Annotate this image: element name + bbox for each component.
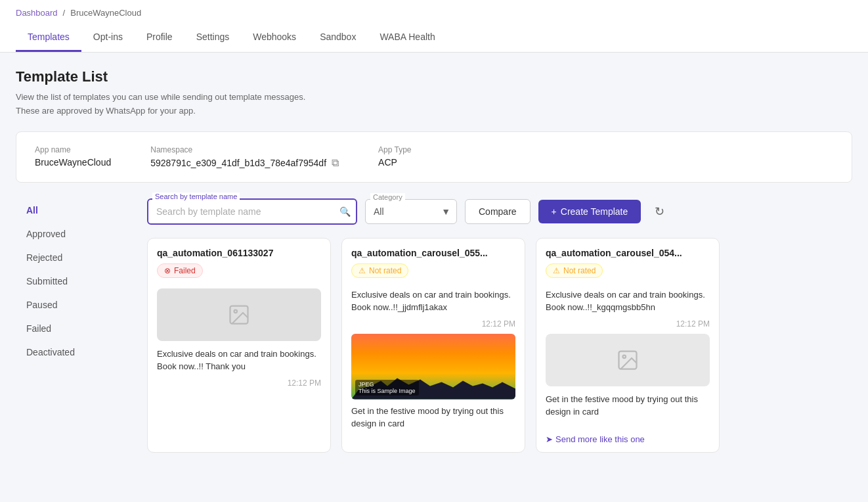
tab-settings[interactable]: Settings — [184, 24, 242, 52]
namespace-field: Namespace 5928791c_e309_41df_b1d3_78e4af… — [150, 145, 339, 169]
sidebar-item-submitted[interactable]: Submitted — [16, 269, 137, 293]
category-dropdown[interactable]: All — [365, 199, 457, 224]
app-name-value: BruceWayneCloud — [35, 157, 111, 168]
copy-icon[interactable]: ⧉ — [332, 157, 339, 169]
app-type-label: App Type — [378, 145, 411, 154]
search-box: Search by template name 🔍 — [147, 198, 357, 225]
category-select-wrapper: Category All ▼ — [365, 199, 457, 224]
card-body: Exclusive deals on car and train booking… — [148, 283, 330, 398]
card-timestamp: 12:12 PM — [351, 319, 515, 329]
breadcrumb: Dashboard / BruceWayneCloud — [16, 0, 852, 23]
content-area: All Approved Rejected Submitted Paused F… — [16, 198, 852, 453]
image-placeholder — [157, 288, 321, 341]
status-badge: ⊗ Failed — [157, 263, 203, 278]
card-timestamp: 12:12 PM — [546, 319, 710, 329]
category-label: Category — [370, 193, 405, 201]
template-card: qa_automation_carousel_055... ⚠ Not rate… — [341, 238, 525, 453]
toolbar: Search by template name 🔍 Category All ▼… — [147, 198, 852, 225]
card-timestamp: 12:12 PM — [157, 378, 321, 388]
breadcrumb-separator: / — [63, 8, 66, 18]
svg-point-1 — [234, 309, 238, 313]
card-header: qa_automation_carousel_055... ⚠ Not rate… — [342, 239, 525, 283]
page-title: Template List — [16, 68, 852, 85]
tab-sandbox[interactable]: Sandbox — [308, 24, 368, 52]
jpeg-label: JPEGThis is Sample Image — [355, 380, 419, 396]
plus-icon: + — [552, 206, 557, 217]
sidebar-item-deactivated[interactable]: Deactivated — [16, 340, 137, 364]
sidebar-item-all[interactable]: All — [16, 198, 137, 222]
card-body: Exclusive deals on car and train booking… — [342, 283, 525, 441]
tab-waba-health[interactable]: WABA Health — [368, 24, 446, 52]
card-body-text: Exclusive deals on car and train booking… — [546, 288, 710, 314]
tab-templates[interactable]: Templates — [16, 24, 81, 52]
failed-icon: ⊗ — [164, 266, 171, 275]
status-badge: ⚠ Not rated — [546, 263, 603, 278]
sunset-image: JPEGThis is Sample Image — [351, 334, 515, 399]
main-content: Template List View the list of templates… — [0, 53, 868, 468]
sidebar-item-approved[interactable]: Approved — [16, 222, 137, 246]
warning-icon: ⚠ — [553, 266, 560, 275]
info-card: App name BruceWayneCloud Namespace 59287… — [16, 131, 852, 183]
namespace-value: 5928791c_e309_41df_b1d3_78e4af7954df ⧉ — [150, 157, 339, 169]
breadcrumb-current: BruceWayneCloud — [70, 8, 141, 18]
send-more-link[interactable]: ➤ Send more like this one — [536, 429, 719, 452]
compare-button[interactable]: Compare — [465, 199, 531, 224]
template-card: qa_automation_carousel_054... ⚠ Not rate… — [536, 238, 720, 453]
app-type-value: ACP — [378, 157, 411, 168]
create-template-label: Create Template — [561, 206, 628, 217]
tab-opt-ins[interactable]: Opt-ins — [81, 24, 135, 52]
page-description: View the list of templates you can use w… — [16, 91, 852, 118]
sidebar: All Approved Rejected Submitted Paused F… — [16, 198, 147, 453]
svg-point-3 — [623, 355, 626, 358]
send-arrow-icon: ➤ — [546, 434, 553, 444]
card-header: qa_automation_carousel_054... ⚠ Not rate… — [536, 239, 719, 283]
sidebar-item-rejected[interactable]: Rejected — [16, 246, 137, 269]
template-card: qa_automation_061133027 ⊗ Failed — [147, 238, 331, 453]
template-cards-grid: qa_automation_061133027 ⊗ Failed — [147, 238, 852, 453]
tab-profile[interactable]: Profile — [135, 24, 184, 52]
search-input[interactable] — [147, 198, 357, 225]
sidebar-item-failed[interactable]: Failed — [16, 317, 137, 340]
sidebar-item-paused[interactable]: Paused — [16, 293, 137, 317]
breadcrumb-dashboard[interactable]: Dashboard — [16, 8, 58, 18]
search-label: Search by template name — [152, 193, 240, 200]
card-title: qa_automation_carousel_054... — [546, 248, 710, 258]
card-body: Exclusive deals on car and train booking… — [536, 283, 719, 429]
create-template-button[interactable]: + Create Template — [538, 200, 641, 223]
card-body-text: Exclusive deals on car and train booking… — [157, 348, 321, 373]
app-type-field: App Type ACP — [378, 145, 411, 169]
festive-text: Get in the festive mood by trying out th… — [351, 405, 515, 430]
warning-icon: ⚠ — [358, 266, 366, 275]
app-name-label: App name — [35, 145, 111, 154]
app-name-field: App name BruceWayneCloud — [35, 145, 111, 169]
card-body-text: Exclusive deals on car and train booking… — [351, 288, 515, 314]
tab-bar: Templates Opt-ins Profile Settings Webho… — [16, 23, 852, 52]
card-header: qa_automation_061133027 ⊗ Failed — [148, 239, 330, 283]
status-badge: ⚠ Not rated — [351, 263, 408, 278]
refresh-icon[interactable]: ↻ — [649, 201, 670, 222]
card-title: qa_automation_carousel_055... — [351, 248, 515, 258]
top-nav: Dashboard / BruceWayneCloud Templates Op… — [0, 0, 868, 53]
namespace-label: Namespace — [150, 145, 339, 154]
image-placeholder — [546, 334, 710, 386]
templates-area: Search by template name 🔍 Category All ▼… — [147, 198, 852, 453]
festive-text: Get in the festive mood by trying out th… — [546, 393, 710, 419]
card-title: qa_automation_061133027 — [157, 248, 321, 258]
tab-webhooks[interactable]: Webhooks — [241, 24, 308, 52]
